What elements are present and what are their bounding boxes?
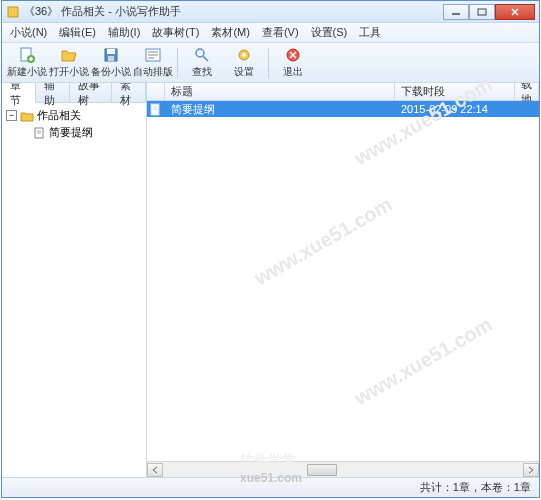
statusbar: 共计：1章，本卷：1章 [2,477,539,497]
scroll-right-button[interactable] [523,463,539,477]
chapter-tree: − 作品相关 简要提纲 [2,103,146,477]
tree-child-node[interactable]: 简要提纲 [4,124,144,141]
document-icon [149,103,162,116]
tab-assist[interactable]: 辅助 [36,83,70,102]
menu-view[interactable]: 查看(V) [256,23,305,42]
layout-icon [144,46,162,64]
menubar: 小说(N) 编辑(E) 辅助(I) 故事树(T) 素材(M) 查看(V) 设置(… [2,23,539,43]
new-novel-label: 新建小说 [7,65,47,79]
open-novel-label: 打开小说 [49,65,89,79]
row-time: 2015-02-09 22:14 [395,102,515,116]
minimize-button[interactable] [443,4,469,20]
collapse-icon[interactable]: − [6,110,17,121]
row-icon-cell [147,102,165,117]
toolbar-separator [177,48,178,78]
backup-novel-button[interactable]: 备份小说 [90,45,132,81]
menu-storytree[interactable]: 故事树(T) [146,23,205,42]
col-addr[interactable]: 下载地址 [515,83,539,100]
folder-open-icon [60,46,78,64]
new-file-icon [18,46,36,64]
tab-storytree[interactable]: 故事树 [70,83,112,102]
menu-settings[interactable]: 设置(S) [305,23,354,42]
svg-rect-0 [8,7,18,17]
open-novel-button[interactable]: 打开小说 [48,45,90,81]
auto-layout-label: 自动排版 [133,65,173,79]
list-header: 标题 下载时段 下载地址 [147,83,539,101]
row-title: 简要提纲 [165,101,395,118]
tree-child-label: 简要提纲 [49,125,93,140]
menu-assist[interactable]: 辅助(I) [102,23,146,42]
right-panel: 标题 下载时段 下载地址 简要提纲 2015-02-09 22:14 [147,83,539,477]
gear-icon [235,46,253,64]
find-button[interactable]: 查找 [181,45,223,81]
svg-line-17 [203,56,208,61]
find-label: 查找 [192,65,212,79]
col-time[interactable]: 下载时段 [395,83,515,100]
settings-button[interactable]: 设置 [223,45,265,81]
col-title[interactable]: 标题 [165,83,395,100]
exit-button[interactable]: 退出 [272,45,314,81]
titlebar: 《36》 作品相关 - 小说写作助手 [2,1,539,23]
left-panel: 章节 辅助 故事树 素材 − 作品相关 简要提纲 [2,83,147,477]
svg-rect-11 [108,56,114,61]
window-controls [443,4,535,20]
exit-label: 退出 [283,65,303,79]
scroll-track[interactable] [163,463,523,477]
tab-material[interactable]: 素材 [112,83,146,102]
toolbar: 新建小说 打开小说 备份小说 自动排版 查找 设置 退出 [2,43,539,83]
svg-rect-10 [107,49,115,54]
menu-tools[interactable]: 工具 [353,23,387,42]
settings-label: 设置 [234,65,254,79]
scroll-left-button[interactable] [147,463,163,477]
svg-rect-2 [478,9,486,15]
menu-material[interactable]: 素材(M) [205,23,256,42]
window-title: 《36》 作品相关 - 小说写作助手 [24,4,443,19]
scroll-thumb[interactable] [307,464,337,476]
save-icon [102,46,120,64]
horizontal-scrollbar[interactable] [147,461,539,477]
content-area: 章节 辅助 故事树 素材 − 作品相关 简要提纲 标题 [2,83,539,477]
close-button[interactable] [495,4,535,20]
col-icon[interactable] [147,83,165,100]
row-addr [515,108,539,110]
backup-novel-label: 备份小说 [91,65,131,79]
tree-root-label: 作品相关 [37,108,81,123]
app-icon [6,5,20,19]
left-tabs: 章节 辅助 故事树 素材 [2,83,146,103]
list-body: 简要提纲 2015-02-09 22:14 [147,101,539,461]
list-row[interactable]: 简要提纲 2015-02-09 22:14 [147,101,539,117]
app-window: 《36》 作品相关 - 小说写作助手 小说(N) 编辑(E) 辅助(I) 故事树… [1,0,540,498]
maximize-button[interactable] [469,4,495,20]
new-novel-button[interactable]: 新建小说 [6,45,48,81]
document-icon [32,127,46,139]
svg-point-16 [196,49,204,57]
status-text: 共计：1章，本卷：1章 [420,480,531,495]
tab-chapter[interactable]: 章节 [2,83,36,103]
exit-icon [284,46,302,64]
menu-novel[interactable]: 小说(N) [4,23,53,42]
search-icon [193,46,211,64]
svg-point-19 [242,53,246,57]
auto-layout-button[interactable]: 自动排版 [132,45,174,81]
folder-icon [20,110,34,122]
toolbar-separator [268,48,269,78]
menu-edit[interactable]: 编辑(E) [53,23,102,42]
tree-root-node[interactable]: − 作品相关 [4,107,144,124]
